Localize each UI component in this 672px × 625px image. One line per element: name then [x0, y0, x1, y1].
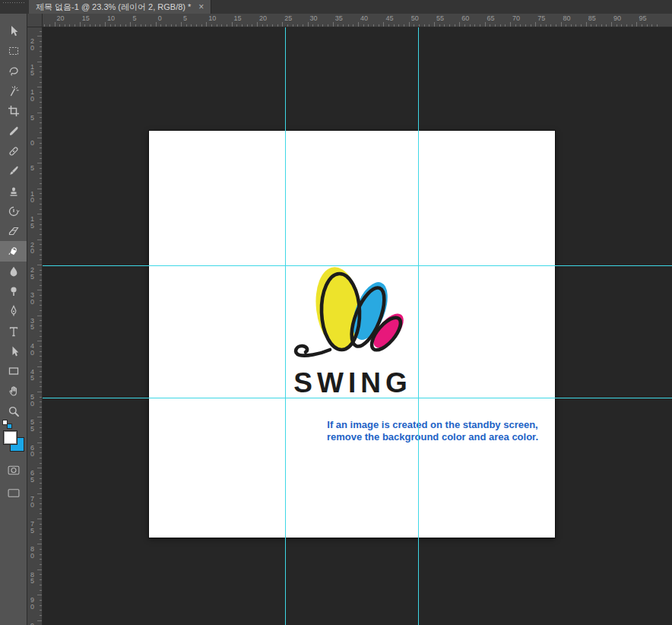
ruler-tick — [40, 452, 42, 453]
ruler-tick — [474, 24, 475, 27]
ruler-tick — [40, 82, 42, 83]
shape-tool[interactable] — [0, 361, 27, 381]
screen-mode-button[interactable] — [0, 484, 27, 502]
lasso-tool[interactable] — [0, 62, 27, 81]
brush-tool[interactable] — [0, 161, 27, 181]
ruler-tick — [37, 468, 42, 468]
ruler-tick — [40, 122, 42, 123]
ruler-tick — [49, 24, 50, 27]
ruler-tick — [657, 24, 658, 27]
ruler-tick — [40, 229, 42, 230]
ruler-tick — [561, 22, 562, 27]
color-swatches — [0, 429, 27, 462]
clone-stamp-tool[interactable] — [0, 181, 27, 201]
ruler-tick — [398, 24, 399, 27]
ruler-tick — [40, 585, 42, 585]
foreground-swatch[interactable] — [3, 430, 17, 445]
type-tool[interactable] — [0, 321, 27, 341]
ruler-tick — [135, 24, 136, 27]
ruler-label: 80 — [563, 14, 571, 22]
ruler-label: 90 — [27, 597, 37, 610]
ruler-tick — [221, 24, 222, 27]
ruler-label: 10 — [107, 14, 115, 22]
tab-bar: 제목 없음-1 @ 23.3% (레이어 2, RGB/8) * × — [0, 0, 672, 14]
tab-close-icon[interactable]: × — [198, 2, 204, 11]
ruler-tick — [267, 24, 268, 27]
ruler-tick — [40, 102, 42, 103]
type-icon — [8, 325, 20, 338]
canvas-area[interactable]: SWING If an image is created on the stan… — [43, 27, 672, 625]
quick-mask-icon — [7, 464, 21, 477]
ruler-label: 75 — [27, 521, 37, 534]
marquee-tool[interactable] — [0, 41, 27, 61]
dodge-tool[interactable] — [0, 281, 27, 301]
ruler-tick — [40, 356, 42, 357]
ruler-tick — [525, 24, 526, 27]
hand-tool[interactable] — [0, 381, 27, 401]
ruler-tick — [40, 143, 42, 144]
ruler-tick — [535, 22, 536, 27]
ruler-label: 5 — [132, 14, 136, 22]
ruler-tick — [40, 310, 42, 311]
ruler-corner[interactable] — [27, 14, 43, 27]
guide-vertical[interactable] — [418, 27, 419, 625]
ruler-tick — [40, 488, 42, 489]
ruler-label: 40 — [360, 14, 368, 22]
document-canvas[interactable]: SWING If an image is created on the stan… — [149, 131, 555, 538]
ruler-label: 90 — [613, 14, 621, 22]
ruler-label: 75 — [537, 14, 545, 22]
path-selection-tool[interactable] — [0, 341, 27, 361]
ruler-tick — [206, 22, 207, 27]
crop-tool[interactable] — [0, 101, 27, 121]
ruler-tick — [424, 24, 425, 27]
ruler-tick — [414, 24, 414, 27]
blur-tool[interactable] — [0, 262, 27, 281]
ruler-tick — [120, 24, 121, 27]
eyedropper-icon — [8, 125, 20, 138]
magic-wand-tool[interactable] — [0, 81, 27, 101]
ruler-tick — [464, 24, 465, 27]
brush-icon — [8, 165, 20, 177]
ruler-tick — [141, 24, 141, 27]
ruler-tick — [217, 24, 217, 27]
healing-brush-tool[interactable] — [0, 141, 27, 161]
ruler-tick — [40, 173, 42, 174]
ruler-tick — [40, 71, 42, 72]
ruler-tick — [500, 24, 501, 27]
paint-bucket-tool[interactable] — [0, 241, 27, 261]
document-tab[interactable]: 제목 없음-1 @ 23.3% (레이어 2, RGB/8) * × — [29, 0, 211, 14]
ruler-tick — [394, 24, 395, 27]
ruler-tick — [40, 295, 42, 296]
ruler-tick — [37, 214, 42, 214]
ruler-tick — [348, 24, 349, 27]
ruler-label: 5 — [27, 165, 37, 172]
ruler-tick — [459, 22, 460, 27]
ruler-tick — [571, 24, 572, 27]
zoom-tool[interactable] — [0, 401, 27, 421]
ruler-tick — [40, 336, 42, 337]
ruler-tick — [40, 153, 42, 154]
move-tool[interactable] — [0, 21, 27, 41]
tools-panel — [0, 14, 27, 625]
panel-grip — [2, 2, 25, 4]
guide-horizontal[interactable] — [43, 265, 672, 266]
horizontal-ruler[interactable]: 2015105051015202530354045505560657075808… — [43, 14, 672, 27]
guide-vertical[interactable] — [285, 27, 286, 625]
quick-mask-button[interactable] — [0, 461, 27, 479]
guide-horizontal[interactable] — [43, 398, 672, 398]
eyedropper-tool[interactable] — [0, 121, 27, 141]
ruler-tick — [409, 22, 410, 27]
ruler-tick — [531, 24, 531, 27]
ruler-tick — [242, 24, 242, 27]
history-brush-tool[interactable] — [0, 201, 27, 221]
vertical-ruler[interactable]: 2015105051015202530354045505560657075808… — [27, 27, 43, 625]
ruler-label: 10 — [27, 191, 37, 204]
caption-line-1: If an image is created on the standby sc… — [315, 419, 550, 431]
eraser-tool[interactable] — [0, 221, 27, 241]
ruler-tick — [333, 22, 334, 27]
ruler-tick — [621, 24, 622, 27]
ruler-tick — [125, 24, 126, 27]
caption-line-2: remove the background color and area col… — [315, 431, 550, 443]
ruler-tick — [383, 22, 384, 27]
pen-tool[interactable] — [0, 301, 27, 321]
